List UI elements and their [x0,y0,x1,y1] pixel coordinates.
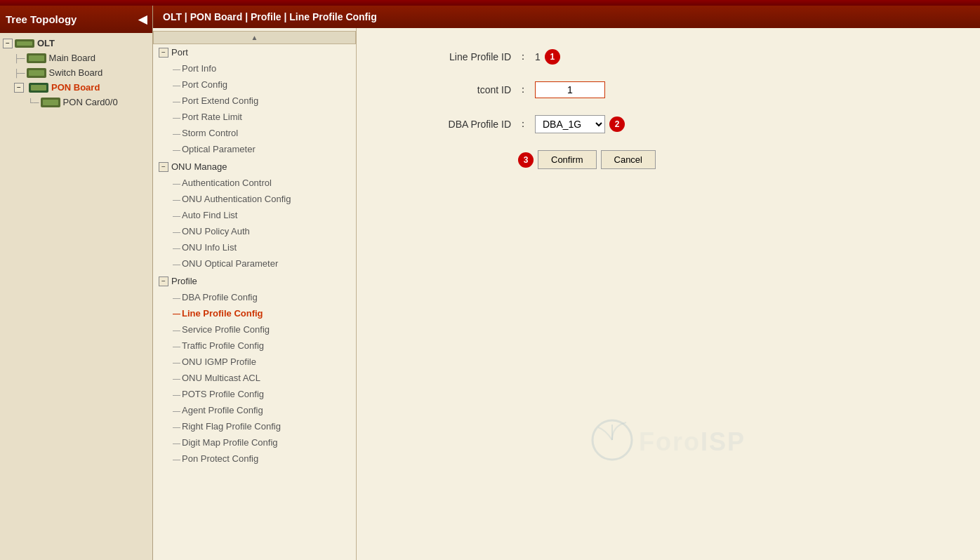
nav-item-pon-protect-config[interactable]: Pon Protect Config [153,451,356,467]
port-extend-config-label: Port Extend Config [182,95,258,106]
port-expander[interactable]: − [159,48,168,58]
main-board-icon [27,53,46,63]
sidebar: Tree Topology ◀ − OLT ├─ Main Board ├─ S… [0,6,153,560]
profile-expander[interactable]: − [159,276,168,286]
service-profile-config-label: Service Profile Config [182,324,270,335]
tree-connector-3: └─ [28,98,39,107]
sidebar-label-switch-board: Switch Board [49,67,103,78]
svg-point-0 [592,420,632,460]
watermark: ForoISP [591,412,746,476]
nav-item-onu-multicast-acl[interactable]: ONU Multicast ACL [153,370,356,386]
nav-section-header-port[interactable]: − Port [153,44,356,60]
sidebar-title: Tree Topology [6,13,77,25]
onu-manage-section-label: ONU Manage [171,161,227,172]
digit-map-profile-config-label: Digit Map Profile Config [182,437,278,448]
sidebar-item-main-board[interactable]: ├─ Main Board [0,51,152,65]
pon-protect-config-label: Pon Protect Config [182,453,258,464]
sidebar-collapse-arrow[interactable]: ◀ [138,13,147,26]
onu-manage-expander[interactable]: − [159,162,168,172]
nav-item-service-profile-config[interactable]: Service Profile Config [153,321,356,338]
onu-info-list-label: ONU Info List [182,242,237,253]
nav-section-port: − Port Port Info Port Config Port Extend… [153,44,356,157]
nav-item-auto-find-list[interactable]: Auto Find List [153,207,356,223]
line-profile-id-value: 1 [535,51,541,62]
sidebar-item-olt[interactable]: − OLT [0,36,152,51]
pon-board-expander[interactable]: − [14,83,24,93]
auth-control-label: Authentication Control [182,178,272,188]
tcont-id-input[interactable] [535,81,605,98]
switch-board-icon [27,68,46,78]
nav-section-onu-manage: − ONU Manage Authentication Control ONU … [153,159,356,272]
nav-item-port-info[interactable]: Port Info [153,60,356,76]
sidebar-header: Tree Topology ◀ [0,6,152,33]
olt-icon [15,39,34,48]
nav-item-agent-profile-config[interactable]: Agent Profile Config [153,402,356,418]
content-split: ▲ − Port Port Info Port Config Port Exte… [153,28,980,560]
nav-item-onu-policy-auth[interactable]: ONU Policy Auth [153,223,356,239]
right-flag-profile-config-label: Right Flag Profile Config [182,421,281,432]
nav-item-onu-optical-param[interactable]: ONU Optical Parameter [153,255,356,272]
sidebar-label-pon-card: PON Card0/0 [63,97,118,107]
nav-section-profile: − Profile DBA Profile Config Line Profil… [153,273,356,467]
confirm-button[interactable]: Confirm [538,150,597,169]
nav-item-digit-map-profile-config[interactable]: Digit Map Profile Config [153,434,356,451]
onu-igmp-profile-label: ONU IGMP Profile [182,356,256,367]
pots-profile-config-label: POTS Profile Config [182,389,264,399]
onu-multicast-acl-label: ONU Multicast ACL [182,373,260,383]
nav-item-line-profile-config[interactable]: Line Profile Config [153,305,356,321]
main-layout: Tree Topology ◀ − OLT ├─ Main Board ├─ S… [0,6,980,560]
nav-item-pots-profile-config[interactable]: POTS Profile Config [153,386,356,402]
line-profile-config-label: Line Profile Config [182,308,263,319]
step2-badge: 2 [609,116,625,132]
tcont-id-label: tcont ID [385,84,511,95]
optical-parameter-label: Optical Parameter [182,144,256,154]
nav-item-port-extend-config[interactable]: Port Extend Config [153,93,356,109]
nav-item-port-rate-limit[interactable]: Port Rate Limit [153,109,356,125]
colon-1: ： [518,51,528,63]
nav-item-onu-igmp-profile[interactable]: ONU IGMP Profile [153,354,356,370]
nav-item-right-flag-profile-config[interactable]: Right Flag Profile Config [153,418,356,434]
sidebar-item-pon-card[interactable]: └─ PON Card0/0 [0,95,152,109]
colon-3: ： [518,118,528,131]
nav-section-header-profile[interactable]: − Profile [153,273,356,289]
sidebar-item-switch-board[interactable]: ├─ Switch Board [0,65,152,80]
olt-expander[interactable]: − [3,39,13,48]
sidebar-label-olt: OLT [37,38,55,48]
step3-badge: 3 [518,152,534,168]
top-bar [0,0,980,6]
nav-item-storm-control[interactable]: Storm Control [153,125,356,141]
nav-item-onu-info-list[interactable]: ONU Info List [153,239,356,255]
nav-item-optical-parameter[interactable]: Optical Parameter [153,141,356,157]
pon-card-icon [41,98,60,107]
tcont-id-row: tcont ID ： [385,81,952,98]
sidebar-label-main-board: Main Board [49,53,95,63]
onu-optical-param-label: ONU Optical Parameter [182,258,278,269]
onu-auth-config-label: ONU Authentication Config [182,194,291,204]
dba-profile-id-select[interactable]: DBA_1G DBA_512M DBA_100M [535,115,605,133]
nav-item-dba-profile-config[interactable]: DBA Profile Config [153,289,356,305]
step1-badge: 1 [545,49,560,65]
nav-item-auth-control[interactable]: Authentication Control [153,175,356,191]
colon-2: ： [518,84,528,96]
dba-profile-id-row: DBA Profile ID ： DBA_1G DBA_512M DBA_100… [385,115,952,133]
form-area: Line Profile ID ： 1 1 tcont ID ： DBA Pro… [357,28,980,309]
sidebar-item-pon-board[interactable]: − PON Board [0,80,152,95]
scroll-up-arrow[interactable]: ▲ [153,31,356,44]
port-section-label: Port [171,47,188,58]
dba-profile-id-label: DBA Profile ID [385,119,511,130]
nav-section-header-onu-manage[interactable]: − ONU Manage [153,159,356,175]
sidebar-tree: − OLT ├─ Main Board ├─ Switch Board − PO… [0,33,152,560]
confirm-wrapper: 3 Confirm Cancel [518,150,656,169]
line-profile-id-label: Line Profile ID [385,51,511,62]
line-profile-id-row: Line Profile ID ： 1 1 [385,49,952,65]
auto-find-list-label: Auto Find List [182,210,238,220]
svg-text:ForoISP: ForoISP [639,427,746,456]
nav-item-onu-auth-config[interactable]: ONU Authentication Config [153,191,356,207]
nav-item-port-config[interactable]: Port Config [153,76,356,93]
cancel-button[interactable]: Cancel [601,150,656,169]
dba-profile-config-label: DBA Profile Config [182,292,258,302]
nav-item-traffic-profile-config[interactable]: Traffic Profile Config [153,338,356,354]
watermark-svg: ForoISP [591,412,746,468]
breadcrumb: OLT | PON Board | Profile | Line Profile… [153,6,980,28]
confirm-cancel-row: 3 Confirm Cancel [518,150,952,169]
